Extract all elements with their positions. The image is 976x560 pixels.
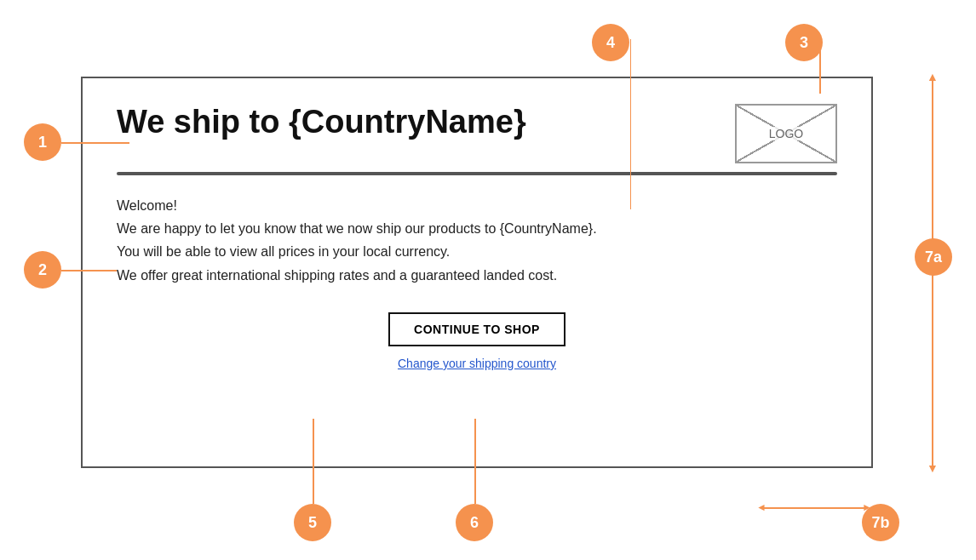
annotation-circle-5: 5 [294,504,331,541]
annotation-circle-7a: 7a [915,238,952,276]
body-line3: You will be able to view all prices in y… [117,240,837,263]
arrow-7b [763,507,865,509]
card-body: Welcome! We are happy to let you know th… [117,194,837,287]
main-card: We ship to {CountryName} LOGO Welcome! W… [81,77,873,468]
annotation-line-5 [313,419,314,504]
card-actions: CONTINUE TO SHOP Change your shipping co… [117,312,837,370]
annotation-line-6 [474,419,476,504]
body-line1: Welcome! [117,194,837,217]
annotation-line-2 [61,270,117,271]
card-header: We ship to {CountryName} LOGO [117,104,837,163]
logo-text: LOGO [766,127,807,140]
annotation-circle-2: 2 [24,251,61,289]
annotation-circle-6: 6 [456,504,493,541]
logo-placeholder: LOGO [735,104,837,163]
annotation-circle-7b: 7b [862,504,899,541]
page-container: We ship to {CountryName} LOGO Welcome! W… [0,0,976,560]
divider [117,172,837,175]
change-shipping-country-link[interactable]: Change your shipping country [398,357,556,370]
annotation-circle-1: 1 [24,123,61,161]
body-line2: We are happy to let you know that we now… [117,217,837,240]
annotation-line-4 [630,39,631,209]
annotation-line-1 [61,142,129,144]
card-title: We ship to {CountryName} [117,104,526,140]
annotation-circle-4: 4 [592,24,629,61]
annotation-circle-3: 3 [785,24,823,61]
body-line4: We offer great international shipping ra… [117,264,837,287]
continue-to-shop-button[interactable]: CONTINUE TO SHOP [388,312,566,346]
